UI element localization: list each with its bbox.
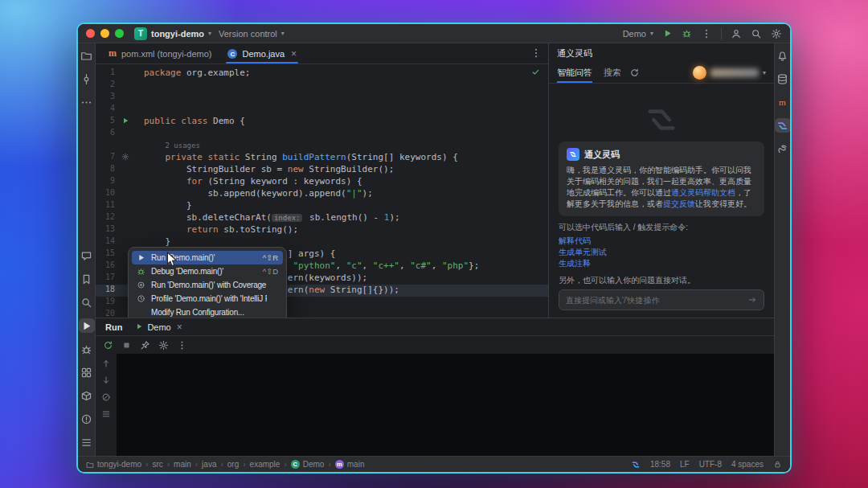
run-process-tab[interactable]: Demo × — [135, 322, 182, 333]
code-line[interactable]: 2 — [96, 80, 548, 92]
run-panel-title[interactable]: Run — [105, 322, 122, 332]
code-line[interactable]: 3 — [96, 92, 548, 104]
run-button[interactable] — [662, 28, 673, 39]
code-line[interactable]: 8 StringBuilder sb = new StringBuilder()… — [96, 164, 548, 176]
caret-position[interactable]: 18:58 — [650, 460, 670, 469]
context-menu-item[interactable]: Modify Run Configuration... — [132, 306, 283, 318]
lock-icon[interactable] — [773, 460, 782, 469]
process-tab-label: Demo — [147, 322, 170, 332]
console-settings-icon[interactable] — [158, 340, 169, 351]
close-tab-icon[interactable]: × — [177, 322, 182, 333]
project-widget[interactable]: T tongyi-demo ▾ — [134, 27, 211, 40]
scroll-to-top-button[interactable] — [101, 359, 111, 368]
debug-button[interactable] — [682, 28, 692, 39]
code-line[interactable]: 4 — [96, 104, 548, 116]
minimize-window-button[interactable] — [100, 29, 109, 38]
breadcrumb-item[interactable]: mmain — [335, 460, 365, 469]
breadcrumb-item[interactable]: main — [174, 460, 191, 469]
tongyi-status-icon[interactable] — [631, 460, 641, 470]
code-line[interactable]: 1package org.example; — [96, 68, 548, 80]
console-options-button[interactable] — [101, 409, 111, 419]
file-encoding[interactable]: UTF-8 — [699, 460, 722, 469]
clear-console-button[interactable] — [101, 392, 111, 402]
settings-gear-icon[interactable] — [771, 28, 782, 39]
more-actions-icon[interactable] — [701, 28, 712, 39]
breadcrumb-item[interactable]: example — [250, 460, 280, 469]
commit-icon[interactable] — [79, 72, 95, 86]
editor-tab[interactable]: CDemo.java× — [219, 43, 305, 64]
project-icon[interactable] — [79, 48, 95, 63]
editor[interactable]: 1package org.example;2345public class De… — [96, 64, 548, 318]
run-config-widget[interactable]: Demo ▾ — [623, 29, 653, 39]
zoom-window-button[interactable] — [115, 29, 124, 38]
code-line[interactable]: 13 return sb.toString(); — [96, 224, 548, 236]
ai-doc-link[interactable]: 提交反馈 — [663, 199, 695, 208]
close-tab-icon[interactable]: × — [291, 48, 297, 59]
gradle-icon[interactable] — [775, 141, 791, 156]
close-window-button[interactable] — [86, 29, 95, 38]
inspections-ok-icon[interactable] — [531, 68, 540, 78]
line-separator[interactable]: LF — [680, 460, 690, 469]
breadcrumb-item[interactable]: org — [227, 460, 239, 469]
more-icon[interactable] — [79, 95, 95, 109]
editor-tab[interactable]: mpom.xml (tongyi-demo) — [100, 43, 219, 64]
scroll-to-bottom-button[interactable] — [101, 375, 111, 385]
vcs-widget[interactable]: Version control ▾ — [219, 29, 285, 39]
more-options-icon[interactable] — [177, 340, 187, 351]
context-menu-item[interactable]: Profile 'Demo.main()' with 'IntelliJ Pro… — [132, 292, 283, 306]
ai-chat-input[interactable] — [566, 296, 743, 305]
user-account[interactable]: ▾ — [693, 66, 766, 80]
indent-setting[interactable]: 4 spaces — [731, 460, 764, 469]
ai-content: 通义灵码 嗨，我是通义灵码，你的智能编码助手。你可以问我关于编码相关的问题，我们… — [549, 84, 774, 285]
method-gutter-icon[interactable] — [121, 153, 129, 161]
code-line[interactable]: 10 sb.append(keyword).append("|"); — [96, 188, 548, 200]
rerun-button[interactable] — [103, 340, 113, 351]
toolbar-separator — [721, 28, 722, 39]
run-class-gutter-icon[interactable] — [121, 117, 129, 125]
maven-icon[interactable]: m — [775, 95, 791, 109]
search-icon[interactable] — [751, 28, 762, 39]
user-account-icon[interactable] — [731, 28, 742, 39]
code-line[interactable]: 2 usages — [96, 140, 548, 152]
packages-icon[interactable] — [79, 388, 95, 403]
code-line[interactable]: 5public class Demo { — [96, 116, 548, 128]
problems-icon[interactable] — [79, 412, 95, 426]
left-strip-top — [79, 48, 95, 109]
ai-command-link[interactable]: 生成注释 — [559, 258, 764, 269]
send-icon[interactable] — [747, 295, 757, 305]
bookmarks-icon[interactable] — [79, 272, 95, 286]
breadcrumb-item[interactable]: tongyi-demo — [86, 460, 141, 469]
ai-command-link[interactable]: 生成单元测试 — [559, 247, 764, 258]
context-menu-item[interactable]: Run 'Demo.main()' with Coverage — [132, 278, 283, 292]
code-line[interactable]: 12 sb.deleteCharAt(index: sb.length() - … — [96, 212, 548, 224]
find-icon[interactable] — [79, 295, 95, 310]
code-line[interactable]: 11 } — [96, 200, 548, 212]
ai-chat-icon[interactable] — [79, 248, 95, 263]
ai-tab[interactable]: 搜索 — [604, 63, 621, 83]
code-line[interactable]: 9 for (String keyword : keywords) { — [96, 176, 548, 188]
pin-button[interactable] — [140, 340, 150, 351]
breadcrumb-item[interactable]: CDemo — [291, 460, 325, 469]
maven-icon: m — [108, 47, 117, 59]
refresh-icon[interactable] — [629, 68, 640, 78]
tongyi-icon[interactable] — [775, 118, 791, 133]
more-tools-icon[interactable] — [79, 435, 95, 449]
run-icon[interactable] — [79, 318, 95, 333]
breadcrumb-item[interactable]: src — [152, 460, 162, 469]
debug-icon[interactable] — [79, 342, 95, 356]
status-bar: tongyi-demo›src›main›java›org›example›CD… — [78, 456, 790, 472]
ai-tab[interactable]: 智能问答 — [557, 63, 592, 83]
stop-button[interactable] — [121, 340, 132, 351]
notifications-icon[interactable] — [775, 48, 791, 63]
context-menu-item[interactable]: Debug 'Demo.main()'^⇧D — [132, 265, 283, 278]
code-line[interactable]: 6 — [96, 128, 548, 140]
services-icon[interactable] — [79, 365, 95, 379]
ai-doc-link[interactable]: 通义灵码帮助文档 — [671, 188, 735, 197]
context-menu-item[interactable]: Run 'Demo.main()'^⇧R — [132, 251, 283, 265]
run-console[interactable] — [117, 354, 774, 456]
database-icon[interactable] — [775, 72, 791, 86]
tab-options-icon[interactable] — [530, 47, 548, 60]
code-line[interactable]: 7 private static String buildPattern(Str… — [96, 152, 548, 164]
ai-command-link[interactable]: 解释代码 — [559, 236, 764, 247]
breadcrumb-item[interactable]: java — [202, 460, 216, 469]
